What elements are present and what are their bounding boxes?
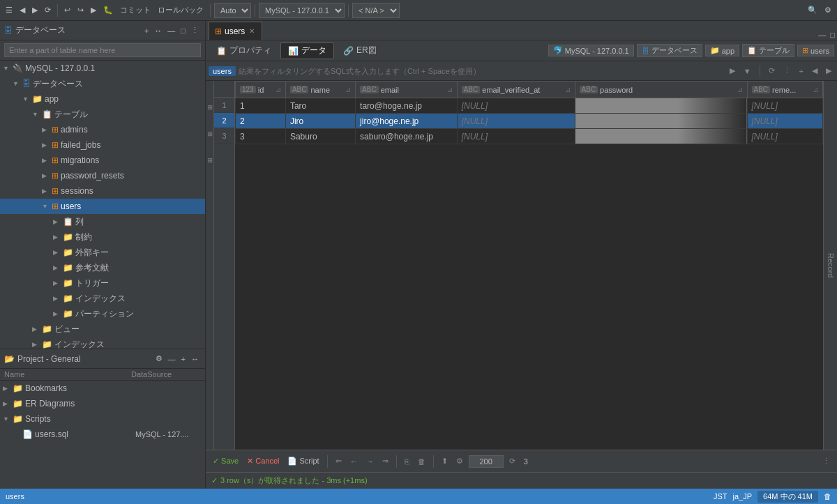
tab-maximize-btn[interactable]: □ [828, 30, 837, 40]
tree-item-database-group[interactable]: ▼ 🗄 データベース [0, 76, 205, 91]
delete-row-btn[interactable]: 🗑 [415, 456, 428, 467]
email-filter-icon[interactable]: ⊿ [447, 86, 453, 93]
settings-data-btn[interactable]: ⚙ [453, 455, 466, 467]
auto-combo[interactable]: Auto [214, 3, 251, 18]
tree-item-failed-jobs[interactable]: ▶ ⊞ failed_jobs [0, 137, 205, 153]
tree-item-users-sql[interactable]: 📄 users.sql MySQL - 127.... [0, 427, 205, 442]
filter-run-btn[interactable]: ▶ [727, 65, 738, 77]
first-row-btn[interactable]: ⇐ [333, 455, 345, 467]
cancel-button[interactable]: ✕ Cancel [244, 455, 282, 467]
clone-row-btn[interactable]: ⎘ [402, 456, 412, 467]
row-count-input[interactable]: 200 [469, 455, 504, 468]
undo-btn[interactable]: ↩ [61, 4, 73, 16]
schema-combo[interactable]: < N/A > [352, 3, 400, 18]
col-header-email[interactable]: ABC email ⊿ [356, 82, 458, 98]
rollback-btn[interactable]: ロールバック [155, 3, 206, 17]
table-badge[interactable]: 📋 テーブル [742, 44, 794, 57]
last-row-btn[interactable]: ⇒ [379, 455, 391, 467]
app-badge[interactable]: 📁 app [705, 45, 739, 56]
db-badge[interactable]: 🗄 データベース [637, 44, 702, 57]
users-badge[interactable]: ⊞ users [797, 45, 834, 56]
users-tab-close[interactable]: ✕ [248, 27, 256, 35]
add-row-btn[interactable]: → [363, 456, 377, 467]
connection-combo[interactable]: MySQL - 127.0.0.1 [259, 3, 345, 18]
tree-item-references[interactable]: ▶ 📁 参考文献 [0, 260, 205, 275]
row-side-icon2: ⊞ [206, 131, 213, 137]
proj-minus-btn[interactable]: — [166, 354, 178, 364]
script-button[interactable]: 📄 Script [285, 455, 322, 467]
tree-item-views[interactable]: ▶ 📁 ビュー [0, 321, 205, 337]
filter-dropdown-btn[interactable]: ▼ [741, 66, 754, 77]
proj-expand-btn[interactable]: ↔ [189, 354, 201, 364]
more-options-btn[interactable]: ⋮ [820, 455, 833, 467]
filter-nav-right[interactable]: ▶ [823, 65, 834, 77]
save-button[interactable]: ✓ Save [210, 455, 241, 467]
name-filter-icon[interactable]: ⊿ [345, 86, 351, 93]
run-btn[interactable]: ▶ [88, 4, 99, 16]
refresh-btn[interactable]: ⟳ [506, 455, 518, 467]
tree-item-scripts[interactable]: ▼ 📁 Scripts [0, 411, 205, 427]
filter-reload-btn[interactable]: ⟳ [766, 65, 778, 77]
col-header-reme[interactable]: ABC reme... ⊿ [747, 82, 822, 98]
tree-item-er-diagrams[interactable]: ▶ 📁 ER Diagrams [0, 396, 205, 411]
reme-filter-icon[interactable]: ⊿ [813, 86, 818, 93]
filter-nav-left[interactable]: ◀ [809, 65, 820, 77]
forward-nav-btn[interactable]: ▶ [29, 4, 40, 16]
redo-btn[interactable]: ↪ [75, 4, 86, 16]
tree-item-bookmarks[interactable]: ▶ 📁 Bookmarks [0, 381, 205, 396]
tree-item-admins[interactable]: ▶ ⊞ admins [0, 122, 205, 137]
tree-item-app[interactable]: ▼ 📁 app [0, 91, 205, 107]
db-collapse-btn[interactable]: — [165, 26, 177, 36]
tree-item-users[interactable]: ▼ ⊞ users [0, 199, 205, 214]
tree-item-columns[interactable]: ▶ 📋 列 [0, 214, 205, 229]
tree-item-mysql[interactable]: ▼ 🔌 MySQL - 127.0.0.1 [0, 61, 205, 76]
table-row[interactable]: 2 Jiro jiro@hoge.ne.jp [NULL] [NULL] [236, 114, 823, 129]
tree-item-db-indexes[interactable]: ▶ 📁 インデックス [0, 337, 205, 349]
col-header-email-verified[interactable]: ABC email_verified_at ⊿ [457, 82, 575, 98]
tree-item-table-folder[interactable]: ▼ 📋 テーブル [0, 107, 205, 122]
gear-btn[interactable]: ⚙ [822, 4, 834, 16]
db-sync-btn[interactable]: ↔ [152, 26, 164, 36]
table-row[interactable]: 1 Taro taro@hoge.ne.jp [NULL] [NULL] [236, 98, 823, 114]
filter-add-btn[interactable]: + [797, 66, 806, 77]
tab-minimize-btn[interactable]: — [816, 30, 828, 40]
sub-tab-data[interactable]: 📊 データ [280, 43, 334, 59]
mysql-badge[interactable]: 🐬 MySQL - 127.0.0.1 [548, 45, 634, 56]
proj-plus-btn[interactable]: + [179, 354, 188, 364]
tree-item-migrations[interactable]: ▶ ⊞ migrations [0, 153, 205, 168]
db-search-input[interactable] [4, 43, 201, 57]
arrow-users: ▼ [42, 203, 52, 210]
col-header-name[interactable]: ABC name ⊿ [285, 82, 355, 98]
email-verified-filter-icon[interactable]: ⊿ [565, 86, 571, 93]
sub-tab-er[interactable]: 🔗 ER図 [335, 43, 384, 59]
col-header-password[interactable]: ABC password ⊿ [575, 82, 747, 98]
prev-row-btn[interactable]: ← [347, 456, 361, 467]
tree-item-foreign-keys[interactable]: ▶ 📁 外部キー [0, 245, 205, 260]
sub-tab-properties[interactable]: 📋 プロパティ [209, 43, 279, 59]
password-filter-icon[interactable]: ⊿ [737, 86, 743, 93]
tree-item-triggers[interactable]: ▶ 📁 トリガー [0, 275, 205, 291]
id-filter-icon[interactable]: ⊿ [276, 86, 281, 93]
tree-item-constraints[interactable]: ▶ 📁 制約 [0, 229, 205, 245]
table-row[interactable]: 3 Saburo saburo@hoge.ne.jp [NULL] [NULL] [236, 129, 823, 144]
filter-input[interactable] [239, 67, 724, 75]
back-nav-btn[interactable]: ◀ [17, 4, 28, 16]
tree-item-password-resets[interactable]: ▶ ⊞ password_resets [0, 168, 205, 183]
tree-item-sessions[interactable]: ▶ ⊞ sessions [0, 183, 205, 199]
table-grid[interactable]: 123 id ⊿ ABC name ⊿ [235, 81, 823, 450]
debug-btn[interactable]: 🐛 [100, 4, 116, 16]
col-header-id[interactable]: 123 id ⊿ [236, 82, 286, 98]
users-tab[interactable]: ⊞ users ✕ [209, 22, 262, 40]
proj-settings-btn[interactable]: ⚙ [153, 353, 165, 364]
tree-item-indexes[interactable]: ▶ 📁 インデックス [0, 291, 205, 306]
db-more-btn[interactable]: ⋮ [189, 25, 201, 36]
import-btn[interactable]: ⬆ [439, 455, 451, 467]
db-close-btn[interactable]: □ [179, 26, 188, 36]
filter-more-btn[interactable]: ⋮ [781, 65, 794, 77]
menu-btn[interactable]: ☰ [3, 4, 15, 16]
search-btn[interactable]: 🔍 [805, 4, 820, 16]
commit-btn[interactable]: コミット [117, 3, 153, 17]
reload-btn[interactable]: ⟳ [42, 4, 54, 16]
tree-item-partitions[interactable]: ▶ 📁 パーティション [0, 306, 205, 321]
db-add-btn[interactable]: + [142, 26, 151, 36]
